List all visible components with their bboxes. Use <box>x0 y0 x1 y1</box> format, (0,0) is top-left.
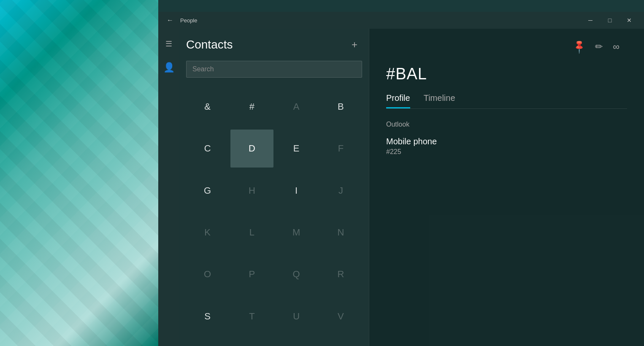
letter-cell-#[interactable]: # <box>230 88 273 126</box>
tab-timeline[interactable]: Timeline <box>424 93 455 108</box>
letter-cell-f[interactable]: F <box>319 130 362 168</box>
letter-cell-u[interactable]: U <box>275 297 318 335</box>
main-content: ☰ 👤 Contacts + &#ABCDEFGHIJKLMNOPQRSTUV <box>158 29 644 346</box>
person-icon: 👤 <box>163 62 175 73</box>
letter-cell-l[interactable]: L <box>230 214 273 251</box>
letter-cell-d[interactable]: D <box>230 130 273 168</box>
back-button[interactable]: ← <box>163 14 177 27</box>
letter-cell-g[interactable]: G <box>186 172 229 210</box>
pin-icon: 📌 <box>571 39 587 54</box>
app-window: ← People ─ □ ✕ ☰ 👤 <box>158 12 644 346</box>
letter-cell-q[interactable]: Q <box>275 255 318 293</box>
contacts-title: Contacts <box>186 38 233 51</box>
contact-source: Outlook <box>386 121 627 128</box>
more-button[interactable]: ∞ <box>613 41 619 52</box>
window-controls: ─ □ ✕ <box>581 14 639 27</box>
restore-icon: □ <box>608 17 612 24</box>
back-icon: ← <box>167 16 173 24</box>
wallpaper <box>0 0 158 346</box>
hamburger-icon: ☰ <box>165 39 172 49</box>
search-input[interactable] <box>186 61 362 78</box>
app-title: People <box>180 17 581 24</box>
add-icon: + <box>352 39 357 51</box>
close-button[interactable]: ✕ <box>620 14 639 27</box>
contact-name: #BAL <box>386 65 627 83</box>
letter-cell-o[interactable]: O <box>186 255 229 293</box>
letter-cell-h[interactable]: H <box>230 172 273 210</box>
letter-cell-s[interactable]: S <box>186 297 229 335</box>
detail-header-actions: 📌 ✏ ∞ <box>386 41 627 52</box>
contacts-header: Contacts + <box>186 37 362 52</box>
letter-cell-r[interactable]: R <box>319 255 362 293</box>
letter-cell-n[interactable]: N <box>319 214 362 251</box>
more-icon: ∞ <box>613 41 619 52</box>
restore-button[interactable]: □ <box>600 14 620 27</box>
title-bar: ← People ─ □ ✕ <box>158 12 644 29</box>
letter-cell-m[interactable]: M <box>275 214 318 251</box>
letter-cell-k[interactable]: K <box>186 214 229 251</box>
pin-button[interactable]: 📌 <box>574 41 585 52</box>
mobile-phone-label: Mobile phone <box>386 137 627 146</box>
tab-profile[interactable]: Profile <box>386 93 410 108</box>
mobile-phone-value: #225 <box>386 148 627 156</box>
letter-cell-&[interactable]: & <box>186 88 229 126</box>
detail-panel: 📌 ✏ ∞ #BAL Profile Timeline Outlook Mobi… <box>369 29 644 346</box>
edit-icon: ✏ <box>595 41 603 52</box>
hamburger-button[interactable]: ☰ <box>160 35 177 52</box>
letter-cell-e[interactable]: E <box>275 130 318 168</box>
letter-cell-p[interactable]: P <box>230 255 273 293</box>
close-icon: ✕ <box>627 17 632 24</box>
person-button[interactable]: 👤 <box>160 59 177 76</box>
minimize-button[interactable]: ─ <box>581 14 600 27</box>
letter-cell-t[interactable]: T <box>230 297 273 335</box>
letter-cell-c[interactable]: C <box>186 130 229 168</box>
minimize-icon: ─ <box>588 17 593 24</box>
add-contact-button[interactable]: + <box>347 37 362 52</box>
letter-cell-a[interactable]: A <box>275 88 318 126</box>
letter-cell-b[interactable]: B <box>319 88 362 126</box>
contacts-panel: Contacts + &#ABCDEFGHIJKLMNOPQRSTUV <box>179 29 369 346</box>
letter-cell-j[interactable]: J <box>319 172 362 210</box>
contact-tabs: Profile Timeline <box>386 93 627 109</box>
letter-cell-v[interactable]: V <box>319 297 362 335</box>
letter-grid: &#ABCDEFGHIJKLMNOPQRSTUV <box>186 88 362 338</box>
sidebar-narrow: ☰ 👤 <box>158 29 179 346</box>
letter-cell-i[interactable]: I <box>275 172 318 210</box>
search-container <box>186 61 362 78</box>
edit-button[interactable]: ✏ <box>595 41 603 52</box>
